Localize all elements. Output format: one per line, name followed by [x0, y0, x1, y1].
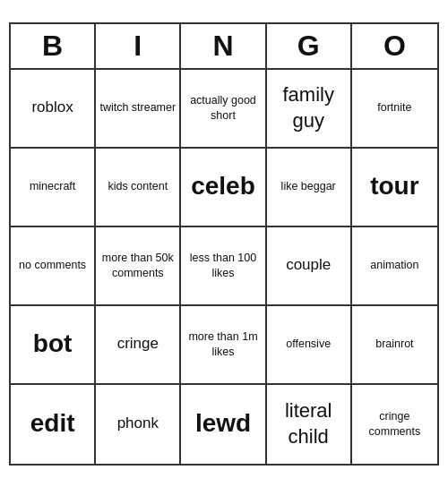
bingo-cell: less than 100 likes — [181, 227, 266, 306]
header-letter: G — [267, 24, 352, 68]
header-letter: B — [11, 24, 96, 68]
bingo-card: BINGO robloxtwitch streameractually good… — [9, 22, 439, 466]
bingo-cell: roblox — [11, 70, 96, 149]
bingo-cell: brainrot — [352, 306, 437, 385]
bingo-grid: robloxtwitch streameractually good short… — [11, 70, 437, 464]
bingo-cell: offensive — [267, 306, 352, 385]
bingo-cell: animation — [352, 227, 437, 306]
bingo-cell: kids content — [96, 149, 181, 227]
bingo-cell: more than 1m likes — [181, 306, 266, 385]
bingo-cell: celeb — [181, 149, 266, 227]
bingo-cell: like beggar — [267, 149, 352, 227]
bingo-header: BINGO — [11, 24, 437, 70]
bingo-cell: cringe comments — [352, 385, 437, 464]
bingo-cell: phonk — [96, 385, 181, 464]
bingo-cell: cringe — [96, 306, 181, 385]
bingo-cell: family guy — [267, 70, 352, 149]
bingo-cell: bot — [11, 306, 96, 385]
header-letter: I — [96, 24, 181, 68]
bingo-cell: minecraft — [11, 149, 96, 227]
bingo-cell: fortnite — [352, 70, 437, 149]
bingo-cell: no comments — [11, 227, 96, 306]
bingo-cell: edit — [11, 385, 96, 464]
bingo-cell: twitch streamer — [96, 70, 181, 149]
bingo-cell: actually good short — [181, 70, 266, 149]
header-letter: N — [181, 24, 266, 68]
header-letter: O — [352, 24, 437, 68]
bingo-cell: couple — [267, 227, 352, 306]
bingo-cell: tour — [352, 149, 437, 227]
bingo-cell: lewd — [181, 385, 266, 464]
bingo-cell: more than 50k comments — [96, 227, 181, 306]
bingo-cell: literal child — [267, 385, 352, 464]
